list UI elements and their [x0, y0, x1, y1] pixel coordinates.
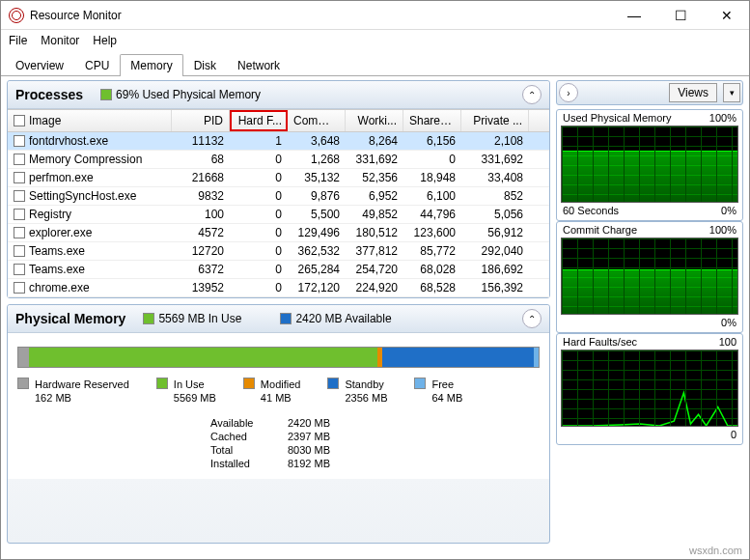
cell-hard: 0 — [230, 169, 288, 186]
cell-working: 49,852 — [346, 206, 403, 223]
table-row[interactable]: explorer.exe45720129,496180,512123,60056… — [8, 224, 549, 242]
table-row[interactable]: SettingSyncHost.exe983209,8766,9526,1008… — [8, 187, 549, 206]
row-checkbox[interactable] — [14, 190, 25, 202]
legend-value: 162 MB — [35, 391, 129, 405]
cell-hard: 0 — [230, 206, 288, 223]
maximize-button[interactable]: ☐ — [666, 8, 695, 23]
cell-share: 44,796 — [403, 206, 461, 223]
cell-private: 292,040 — [461, 242, 529, 260]
legend-item: Standby2356 MB — [327, 378, 387, 406]
col-hard-faults[interactable]: Hard F... — [230, 110, 288, 131]
table-row[interactable]: perfmon.exe21668035,13252,35618,94833,40… — [8, 169, 549, 187]
title-bar: Resource Monitor — ☐ ✕ — [1, 1, 749, 30]
col-image[interactable]: Image — [8, 110, 172, 131]
process-name: Registry — [29, 208, 71, 221]
process-name: explorer.exe — [29, 226, 92, 239]
process-name: Teams.exe — [29, 244, 85, 258]
minimize-button[interactable]: — — [620, 8, 649, 23]
col-working[interactable]: Worki... — [346, 110, 403, 131]
cell-hard: 0 — [230, 242, 288, 260]
row-checkbox[interactable] — [14, 154, 25, 165]
cell-working: 254,720 — [346, 261, 403, 278]
process-name: Memory Compression — [29, 153, 142, 166]
physmem-available-summary: 2420 MB Available — [295, 312, 391, 325]
row-checkbox[interactable] — [14, 209, 25, 220]
tab-bar: Overview CPU Memory Disk Network — [1, 53, 749, 76]
menu-file[interactable]: File — [9, 34, 27, 47]
legend-color-icon — [327, 378, 339, 389]
col-private[interactable]: Private ... — [461, 110, 529, 131]
row-checkbox[interactable] — [14, 282, 25, 294]
table-row[interactable]: Registry10005,50049,85244,7965,056 — [8, 206, 549, 224]
cell-working: 52,356 — [346, 169, 403, 186]
legend-label: Free — [431, 378, 462, 391]
cell-private: 186,692 — [461, 261, 529, 278]
cell-working: 377,812 — [346, 242, 403, 260]
graph-max: 100 — [719, 336, 736, 348]
cell-private: 56,912 — [461, 224, 529, 241]
legend-color-icon — [156, 378, 168, 389]
cell-pid: 68 — [172, 151, 230, 168]
cell-private: 156,392 — [461, 279, 529, 296]
tab-overview[interactable]: Overview — [5, 54, 74, 76]
bar-segment — [29, 348, 377, 367]
legend-label: Standby — [345, 378, 387, 391]
cell-share: 68,528 — [403, 279, 461, 296]
cell-commit: 172,120 — [288, 279, 346, 296]
cell-commit: 35,132 — [288, 169, 346, 186]
expand-right-icon[interactable]: › — [559, 83, 578, 102]
legend-item: Hardware Reserved162 MB — [17, 378, 129, 406]
available-icon — [280, 313, 292, 324]
col-pid[interactable]: PID — [172, 110, 230, 131]
legend-label: Hardware Reserved — [35, 378, 129, 391]
collapse-physmem-icon[interactable]: ⌃ — [522, 309, 542, 328]
row-checkbox[interactable] — [14, 135, 25, 147]
collapse-processes-icon[interactable]: ⌃ — [522, 85, 542, 104]
graph-foot-right: 0 — [731, 429, 736, 440]
graph: Hard Faults/sec1000 — [556, 333, 743, 445]
table-header: Image PID Hard F... Commi... Worki... Sh… — [8, 110, 549, 132]
menu-help[interactable]: Help — [93, 34, 117, 47]
table-row[interactable]: fontdrvhost.exe1113213,6488,2646,1562,10… — [8, 132, 549, 151]
cell-hard: 0 — [230, 261, 288, 278]
physmem-inuse-summary: 5569 MB In Use — [158, 312, 241, 325]
tab-disk[interactable]: Disk — [183, 54, 227, 76]
views-dropdown-icon[interactable]: ▾ — [723, 83, 740, 102]
legend-color-icon — [414, 378, 426, 389]
views-button[interactable]: Views — [669, 83, 717, 102]
row-checkbox[interactable] — [14, 227, 25, 238]
tab-cpu[interactable]: CPU — [74, 54, 120, 76]
cell-share: 6,156 — [403, 132, 461, 150]
cell-commit: 9,876 — [288, 187, 346, 205]
tab-memory[interactable]: Memory — [120, 54, 182, 76]
graph: Used Physical Memory100%60 Seconds0% — [556, 109, 743, 221]
legend-color-icon — [17, 378, 29, 389]
menu-monitor[interactable]: Monitor — [41, 34, 79, 47]
memory-legend: Hardware Reserved162 MBIn Use5569 MBModi… — [17, 378, 540, 406]
row-checkbox[interactable] — [14, 264, 25, 275]
close-button[interactable]: ✕ — [712, 8, 741, 23]
legend-color-icon — [243, 378, 255, 389]
select-all-checkbox[interactable] — [14, 115, 25, 126]
cell-commit: 1,268 — [288, 151, 346, 168]
table-row[interactable]: Memory Compression6801,268331,6920331,69… — [8, 151, 549, 169]
legend-value: 5569 MB — [174, 391, 216, 405]
bar-segment — [18, 348, 29, 367]
table-row[interactable]: Teams.exe127200362,532377,81285,772292,0… — [8, 242, 549, 261]
graph-title: Commit Charge — [563, 224, 637, 236]
cell-working: 8,264 — [346, 132, 403, 150]
row-checkbox[interactable] — [14, 172, 25, 183]
tab-network[interactable]: Network — [227, 54, 291, 76]
col-shareable[interactable]: Sharea... — [403, 110, 461, 131]
graph: Commit Charge100%0% — [556, 221, 743, 333]
table-row[interactable]: chrome.exe139520172,120224,92068,528156,… — [8, 279, 549, 297]
cell-pid: 9832 — [172, 187, 230, 205]
cell-hard: 0 — [230, 187, 288, 205]
legend-item: Free64 MB — [414, 378, 462, 406]
row-checkbox[interactable] — [14, 245, 25, 257]
table-row[interactable]: Teams.exe63720265,284254,72068,028186,69… — [8, 261, 549, 279]
cell-private: 33,408 — [461, 169, 529, 186]
legend-item: In Use5569 MB — [156, 378, 216, 406]
cell-pid: 4572 — [172, 224, 230, 241]
col-commit[interactable]: Commi... — [288, 110, 346, 131]
